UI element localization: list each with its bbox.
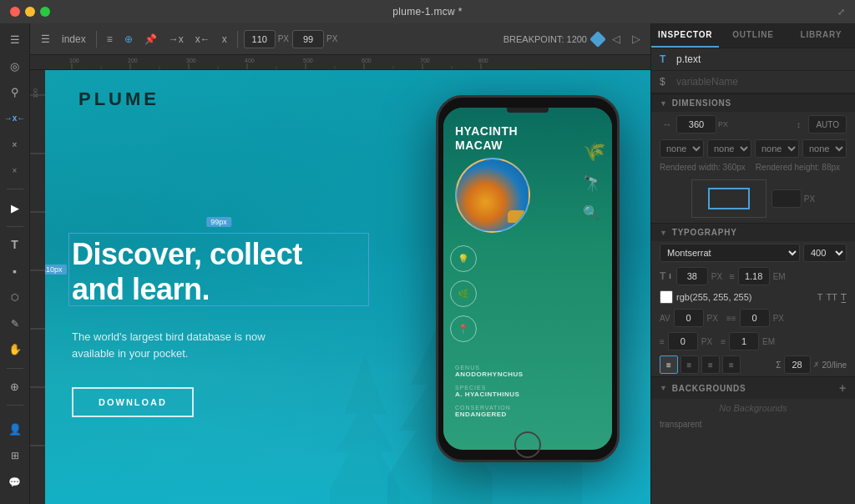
separator-1 <box>7 189 23 189</box>
alignment-row: ≡ ≡ ≡ ≡ Σ ✗ 20/line <box>651 353 855 376</box>
bold-icon[interactable]: T <box>817 292 823 302</box>
menu-label[interactable]: index <box>58 32 90 47</box>
conservation-row: CONSERVATION ENDANGERED <box>455 405 524 418</box>
grid-icon[interactable]: ⊞ <box>3 444 27 467</box>
chat-icon[interactable]: 💬 <box>3 471 27 494</box>
pointer-tool[interactable]: ▶ <box>3 196 27 219</box>
breakpoint-diamond[interactable] <box>589 31 606 48</box>
var-input[interactable] <box>676 76 847 88</box>
dimensions-header[interactable]: ▼ DIMENSIONS <box>651 94 855 112</box>
dimensions-label: DIMENSIONS <box>672 98 731 108</box>
font-size-input[interactable] <box>676 267 708 285</box>
color-swatch[interactable] <box>660 290 673 304</box>
auto-button[interactable]: AUTO <box>808 115 847 134</box>
hamburger-tool[interactable]: ☰ <box>3 28 27 51</box>
bird-title: HYACINTHMACAW <box>455 124 518 153</box>
circle-tool[interactable]: ◎ <box>3 54 27 77</box>
headline-line1: Discover, collect <box>72 237 302 271</box>
expand-icon[interactable]: ⤢ <box>837 7 845 18</box>
line-height-input[interactable] <box>738 267 770 285</box>
lock-button[interactable]: x← <box>191 32 215 47</box>
spacing-select-3[interactable]: none <box>755 139 799 158</box>
titlebar: plume-1.mcw * ⤢ <box>0 0 855 23</box>
line-count-unit: EM <box>762 337 775 346</box>
sigma-input[interactable] <box>784 355 811 374</box>
font-size-icon: T <box>660 270 665 282</box>
shape-tool[interactable]: ⬡ <box>3 285 27 308</box>
align-left-button[interactable]: ≡ <box>103 32 117 47</box>
spacing-select-4[interactable]: none <box>802 139 847 158</box>
outline-tab[interactable]: OUTLINE <box>719 23 787 48</box>
inspector-tab[interactable]: INSPECTOR <box>651 23 719 48</box>
library-tab[interactable]: LIBRARY <box>787 23 855 48</box>
dollar-icon: $ <box>660 76 671 88</box>
svg-rect-0 <box>30 55 650 70</box>
line-count-input[interactable] <box>729 332 759 350</box>
indent-input[interactable] <box>668 332 698 350</box>
height-input[interactable] <box>292 30 324 48</box>
hamburger-button[interactable]: ☰ <box>37 32 54 47</box>
separator-2 <box>7 226 23 227</box>
svg-text:400: 400 <box>245 58 255 63</box>
letter-spacing-input[interactable] <box>674 309 704 327</box>
box-px-input[interactable] <box>772 189 802 208</box>
phone-home-button[interactable] <box>514 431 541 458</box>
user-icon[interactable]: 👤 <box>3 417 27 441</box>
dimensions-section: ▼ DIMENSIONS ↔ PX ↕ AUTO <box>651 93 855 223</box>
canvas-area[interactable]: 100 PLUME 99px <box>30 70 650 504</box>
font-select[interactable]: Montserrat <box>660 244 800 262</box>
breakpoint-info: BREAKPOINT: 1200 ◁ ▷ <box>503 31 644 47</box>
app-container: ☰ ◎ ⚲ →x← × × ▶ T ▪ ⬡ ✎ ✋ ⊕ 👤 ⊞ 💬 ☰ inde… <box>0 23 855 504</box>
backgrounds-header[interactable]: ▼ BACKGROUNDS + <box>651 377 855 399</box>
bird-icon-2: 🌿 <box>450 280 477 307</box>
word-spacing-input[interactable] <box>740 309 770 327</box>
svg-text:100: 100 <box>69 58 79 63</box>
add-background-button[interactable]: + <box>839 381 847 395</box>
download-button[interactable]: DOWNLOAD <box>72 387 194 417</box>
center-panel: ☰ index ≡ ⊕ 📌 →x x← x PX PX BREAKPOINT: … <box>30 23 650 504</box>
typography-header[interactable]: ▼ TYPOGRAPHY <box>651 224 855 241</box>
align-justify-btn[interactable]: ≡ <box>722 355 741 374</box>
toolbar-sep-1 <box>96 31 97 48</box>
center-button[interactable]: ⊕ <box>120 32 137 47</box>
bird-icon-3: 📍 <box>450 315 477 342</box>
rect-tool[interactable]: ▪ <box>3 260 27 282</box>
svg-text:500: 500 <box>303 58 313 63</box>
spacing-select-2[interactable]: none <box>707 139 751 158</box>
move-tool[interactable]: × <box>3 134 27 156</box>
type-icon: T <box>660 53 671 65</box>
width-dimension-input[interactable] <box>676 115 716 134</box>
move-x-tool[interactable]: →x← <box>3 107 27 129</box>
pen-tool[interactable]: ✎ <box>3 312 27 335</box>
var-field-row: $ <box>651 71 855 93</box>
av-label: AV <box>660 314 670 323</box>
canvas-left-arrow[interactable]: ◁ <box>609 31 624 47</box>
maximize-button[interactable] <box>40 7 50 17</box>
align-center-btn[interactable]: ≡ <box>680 355 699 374</box>
pan-tool[interactable]: ✋ <box>3 338 27 360</box>
pin-button[interactable]: 📌 <box>140 32 161 47</box>
crop-tool[interactable]: × <box>3 159 27 182</box>
spacing-select-1[interactable]: none <box>660 139 704 158</box>
width-input[interactable] <box>244 30 276 48</box>
eyedropper-tool[interactable]: ⊕ <box>3 375 27 398</box>
canvas-right-arrow[interactable]: ▷ <box>629 31 644 47</box>
underline-icon[interactable]: T̲ <box>841 292 847 303</box>
align-right-btn[interactable]: ≡ <box>701 355 720 374</box>
lock-x-button[interactable]: →x <box>164 32 188 47</box>
text-tool[interactable]: T <box>3 234 27 256</box>
subtext: The world's largest bird database is now… <box>72 329 289 361</box>
type-input[interactable] <box>676 53 847 65</box>
plume-logo: PLUME <box>78 88 159 110</box>
word-spacing-icon: ≡≡ <box>726 314 736 323</box>
pin-tool[interactable]: ⚲ <box>3 81 27 103</box>
minimize-button[interactable] <box>25 7 35 17</box>
italic-icon[interactable]: TT <box>827 292 837 302</box>
backgrounds-label: BACKGROUNDS <box>672 384 746 393</box>
lock2-button[interactable]: x <box>218 32 231 47</box>
genus-label: GENUS <box>455 365 524 370</box>
width-unit-label: PX <box>718 120 728 129</box>
close-button[interactable] <box>10 7 20 17</box>
weight-select[interactable]: 400 <box>803 244 847 262</box>
align-left-btn[interactable]: ≡ <box>660 355 678 374</box>
